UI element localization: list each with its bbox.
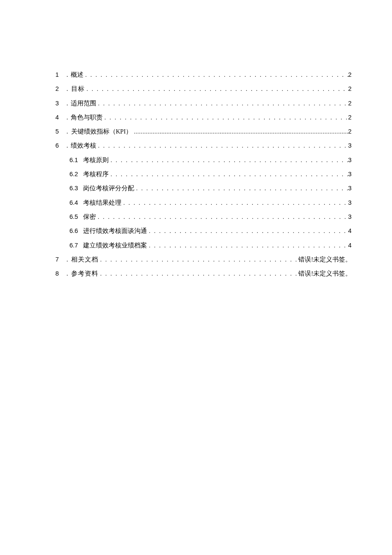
toc-subentry: 6.5 保密 . . . . . . . . . . . . . . . . .… xyxy=(55,212,352,221)
toc-title: 绩效考核 xyxy=(71,141,96,150)
toc-entry: 1 . 概述 . . . . . . . . . . . . . . . . .… xyxy=(55,70,352,79)
toc-title: 目标 xyxy=(71,84,85,93)
toc-number: 6.7 xyxy=(69,241,78,250)
toc-number: 6.3 xyxy=(69,184,78,192)
toc-subentry: 6.7 建立绩效考核业绩档案 . . . . . . . . . . . . .… xyxy=(55,241,352,250)
toc-entry: 4 . 角色与职责 . . . . . . . . . . . . . . . … xyxy=(55,113,352,122)
toc-page: 3 xyxy=(348,212,352,221)
toc-page: 2 xyxy=(348,84,352,93)
toc-page: 2 xyxy=(348,113,352,122)
toc-subentry: 6.2 考核程序 . . . . . . . . . . . . . . . .… xyxy=(55,170,352,178)
table-of-contents: 1 . 概述 . . . . . . . . . . . . . . . . .… xyxy=(55,70,352,278)
toc-title: 适用范围 xyxy=(71,99,96,108)
toc-separator: . xyxy=(66,127,69,136)
toc-title: 概述 xyxy=(71,70,84,79)
toc-separator: . xyxy=(66,84,69,93)
toc-title: 考核程序 xyxy=(83,170,109,178)
toc-subentry: 6.3 岗位考核评分分配 . . . . . . . . . . . . . .… xyxy=(55,184,352,192)
toc-page-error: 错误!未定义书签。 xyxy=(298,269,352,278)
toc-leader: . . . . . . . . . . . . . . . . . . . . … xyxy=(98,269,299,278)
toc-number: 3 xyxy=(55,99,63,108)
toc-page-error: 错误!未定义书签。 xyxy=(298,255,352,264)
toc-subentry: 6.6 进行绩效考核面谈沟通 . . . . . . . . . . . . .… xyxy=(55,227,352,235)
toc-subentry: 6.1 考核原则 . . . . . . . . . . . . . . . .… xyxy=(55,156,352,164)
toc-entry: 2 . 目标 . . . . . . . . . . . . . . . . .… xyxy=(55,84,352,93)
toc-number: 1 xyxy=(55,70,63,79)
toc-number: 6.2 xyxy=(69,170,78,178)
toc-leader: . . . . . . . . . . . . . . . . . . . . … xyxy=(103,113,348,122)
toc-leader: . . . . . . . . . . . . . . . . . . . . … xyxy=(109,156,348,164)
toc-leader: ........................................… xyxy=(132,127,348,136)
toc-separator: . xyxy=(66,269,69,278)
toc-leader: . . . . . . . . . . . . . . . . . . . . … xyxy=(134,184,348,192)
toc-entry: 5 . 关键绩效指标（KPI） ........................… xyxy=(55,127,352,136)
toc-separator: . xyxy=(66,70,68,79)
toc-separator: . xyxy=(66,99,68,108)
toc-page: 2 xyxy=(348,70,352,79)
toc-number: 6 xyxy=(55,141,63,150)
toc-number: 4 xyxy=(55,113,63,122)
toc-leader: . . . . . . . . . . . . . . . . . . . . … xyxy=(96,212,348,221)
toc-leader: . . . . . . . . . . . . . . . . . . . . … xyxy=(147,227,348,235)
toc-title: 建立绩效考核业绩档案 xyxy=(83,241,147,250)
toc-page: 3 xyxy=(348,170,352,178)
toc-title: 考核原则 xyxy=(83,156,109,164)
toc-leader: . . . . . . . . . . . . . . . . . . . . … xyxy=(84,70,348,79)
toc-entry: 3 . 适用范围 . . . . . . . . . . . . . . . .… xyxy=(55,99,352,108)
toc-number: 5 xyxy=(55,127,63,136)
toc-leader: . . . . . . . . . . . . . . . . . . . . … xyxy=(109,170,348,178)
toc-separator: . xyxy=(66,255,69,264)
toc-separator: . xyxy=(66,141,68,150)
toc-number: 6.5 xyxy=(69,212,78,221)
toc-page: 4 xyxy=(348,241,352,250)
toc-number: 6.1 xyxy=(69,156,78,164)
toc-page: 2 xyxy=(348,99,352,108)
toc-leader: . . . . . . . . . . . . . . . . . . . . … xyxy=(121,198,348,207)
toc-page: 3 xyxy=(348,156,352,164)
toc-title: 关键绩效指标（KPI） xyxy=(71,127,132,136)
toc-leader: . . . . . . . . . . . . . . . . . . . . … xyxy=(85,84,348,93)
toc-leader: . . . . . . . . . . . . . . . . . . . . … xyxy=(98,255,299,264)
toc-entry: 8 . 参考资料 . . . . . . . . . . . . . . . .… xyxy=(55,269,352,278)
toc-page: 3 xyxy=(348,184,352,192)
toc-page: 3 xyxy=(348,141,352,150)
toc-number: 8 xyxy=(55,269,63,278)
toc-title: 岗位考核评分分配 xyxy=(83,184,134,192)
toc-title: 保密 xyxy=(83,212,96,221)
toc-entry: 6 . 绩效考核 . . . . . . . . . . . . . . . .… xyxy=(55,141,352,150)
toc-page: 3 xyxy=(348,198,352,207)
toc-number: 7 xyxy=(55,255,63,264)
toc-leader: . . . . . . . . . . . . . . . . . . . . … xyxy=(147,241,348,250)
toc-title: 进行绩效考核面谈沟通 xyxy=(83,227,147,235)
toc-title: 相关文档 xyxy=(71,255,98,264)
toc-number: 2 xyxy=(55,84,63,93)
toc-page: 4 xyxy=(348,227,352,235)
toc-number: 6.4 xyxy=(69,198,78,207)
toc-title: 考核结果处理 xyxy=(83,198,121,207)
toc-number: 6.6 xyxy=(69,227,78,235)
toc-leader: . . . . . . . . . . . . . . . . . . . . … xyxy=(96,141,348,150)
toc-entry: 7 . 相关文档 . . . . . . . . . . . . . . . .… xyxy=(55,255,352,264)
toc-subentry: 6.4 考核结果处理 . . . . . . . . . . . . . . .… xyxy=(55,198,352,207)
toc-title: 参考资料 xyxy=(71,269,98,278)
toc-leader: . . . . . . . . . . . . . . . . . . . . … xyxy=(96,99,348,108)
toc-page: 2 xyxy=(348,127,352,136)
toc-title: 角色与职责 xyxy=(71,113,103,122)
toc-separator: . xyxy=(66,113,68,122)
